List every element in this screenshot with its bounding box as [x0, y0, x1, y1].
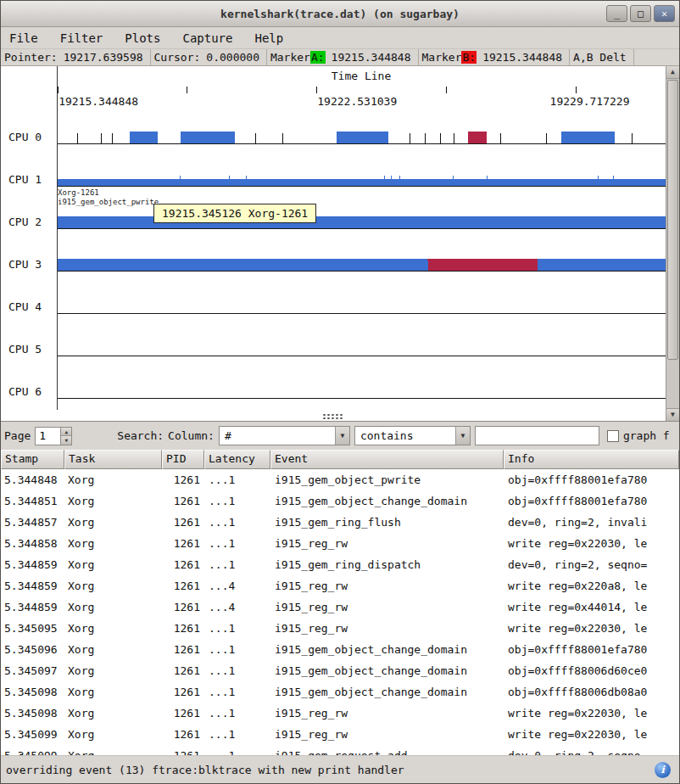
match-select[interactable]: contains ▼ — [354, 426, 471, 445]
cell-info: obj=0xffff88001efa780 — [504, 490, 679, 512]
task-bar[interactable] — [57, 179, 666, 186]
event-tick — [598, 176, 599, 186]
graph-scrollbar[interactable]: ▲ ▼ — [666, 66, 679, 421]
event-tick — [632, 133, 633, 143]
scroll-up-icon[interactable]: ▲ — [666, 66, 679, 79]
search-label: Search: — [117, 429, 164, 442]
cell-latency: ...1 — [204, 745, 270, 755]
table-row[interactable]: 5.345099Xorg1261...1i915_gem_request_add… — [1, 745, 679, 755]
graph-follows-checkbox[interactable] — [607, 430, 619, 442]
info-icon[interactable]: i — [655, 762, 671, 778]
cpu-lane-4[interactable]: CPU 4 — [1, 283, 666, 326]
task-segment[interactable] — [468, 132, 487, 143]
table-row[interactable]: 5.344858Xorg1261...1i915_reg_rwwrite reg… — [1, 533, 679, 554]
table-row[interactable]: 5.345098Xorg1261...1i915_gem_object_chan… — [1, 681, 679, 703]
menu-file[interactable]: File — [9, 31, 38, 45]
spin-up-icon[interactable]: ▲ — [61, 428, 71, 437]
task-segment[interactable] — [561, 132, 614, 143]
search-input[interactable] — [475, 426, 599, 445]
table-row[interactable]: 5.345098Xorg1261...1i915_reg_rwwrite reg… — [1, 703, 679, 724]
table-row[interactable]: 5.344859Xorg1261...1i915_gem_ring_dispat… — [1, 554, 679, 575]
cpu-lane-5[interactable]: CPU 5 — [1, 326, 666, 368]
cell-stamp: 5.344857 — [1, 512, 64, 533]
header-info[interactable]: Info — [504, 450, 679, 469]
cell-info: dev=0, ring=2, invali — [504, 512, 679, 533]
menu-filter[interactable]: Filter — [60, 31, 103, 45]
page-input[interactable] — [35, 427, 60, 445]
task-bar[interactable] — [57, 259, 666, 271]
cpu-plot[interactable] — [57, 368, 666, 411]
chevron-down-icon[interactable]: ▼ — [335, 427, 349, 445]
table-row[interactable]: 5.344859Xorg1261...4i915_reg_rwwrite reg… — [1, 575, 679, 596]
table-row[interactable]: 5.345099Xorg1261...1i915_reg_rwwrite reg… — [1, 724, 679, 745]
graph-area[interactable]: Time Line 19215.34484819222.53103919229.… — [1, 66, 679, 422]
cell-task: Xorg — [64, 490, 162, 512]
task-bar[interactable] — [57, 216, 666, 228]
close-button[interactable]: ✕ — [654, 5, 675, 22]
cpu-plot[interactable] — [57, 114, 666, 156]
task-segment[interactable] — [337, 132, 388, 143]
table-row[interactable]: 5.344859Xorg1261...4i915_reg_rwwrite reg… — [1, 596, 679, 618]
axis-time-label: 19215.344848 — [59, 95, 138, 108]
cell-event: i915_reg_rw — [270, 575, 504, 596]
timeline-title: Time Line — [57, 70, 666, 82]
chevron-down-icon[interactable]: ▼ — [455, 427, 470, 445]
header-event[interactable]: Event — [270, 450, 504, 469]
table-row[interactable]: 5.344851Xorg1261...1i915_gem_object_chan… — [1, 490, 679, 512]
splitter-handle-icon[interactable] — [322, 413, 344, 421]
task-segment[interactable] — [130, 132, 158, 143]
cpu-plot[interactable] — [57, 156, 666, 199]
maximize-button[interactable]: □ — [630, 5, 651, 22]
table-row[interactable]: 5.344848Xorg1261...1i915_gem_object_pwri… — [1, 469, 679, 490]
column-select[interactable]: # ▼ — [219, 426, 350, 445]
cpu-lane-0[interactable]: CPU 0 — [1, 114, 666, 156]
delta-info: A,B Delt — [570, 49, 634, 65]
cell-info: write reg=0x44014, le — [504, 596, 679, 618]
cell-pid: 1261 — [162, 724, 204, 745]
table-row[interactable]: 5.344857Xorg1261...1i915_gem_ring_flushd… — [1, 512, 679, 533]
menubar: File Filter Plots Capture Help — [1, 27, 679, 48]
menu-help[interactable]: Help — [254, 31, 283, 45]
cpu-plot[interactable] — [57, 241, 666, 283]
cpu-plot[interactable] — [57, 326, 666, 368]
axis-time-label: 19229.717229 — [550, 95, 630, 108]
cell-latency: ...4 — [204, 575, 270, 596]
event-tick — [246, 176, 247, 186]
menu-plots[interactable]: Plots — [125, 31, 160, 45]
scrollbar-thumb[interactable] — [667, 80, 678, 360]
task-segment[interactable] — [427, 259, 538, 271]
cell-task: Xorg — [64, 575, 162, 596]
cpu-label: CPU 1 — [1, 156, 57, 199]
table-row[interactable]: 5.345095Xorg1261...1i915_reg_rwwrite reg… — [1, 618, 679, 639]
menu-capture[interactable]: Capture — [182, 31, 232, 45]
cpu-label: CPU 5 — [1, 326, 57, 368]
header-task[interactable]: Task — [64, 450, 162, 469]
axis-tick-mark — [316, 87, 317, 93]
table-row[interactable]: 5.345097Xorg1261...1i915_gem_object_chan… — [1, 660, 679, 681]
cell-stamp: 5.344859 — [1, 554, 64, 575]
spin-down-icon[interactable]: ▼ — [61, 436, 71, 445]
cpu-rows: CPU 0CPU 1CPU 2CPU 3CPU 4CPU 5CPU 6 — [1, 114, 666, 411]
header-latency[interactable]: Latency — [204, 450, 270, 469]
header-stamp[interactable]: Stamp — [1, 450, 64, 469]
titlebar[interactable]: kernelshark(trace.dat) (on sugarbay) _ □… — [1, 1, 679, 27]
cpu-baseline — [57, 143, 666, 144]
cell-task: Xorg — [64, 660, 162, 681]
page-label: Page — [4, 429, 31, 442]
event-tick — [453, 176, 454, 186]
marker-b-chip: B: — [461, 51, 477, 64]
table-row[interactable]: 5.345096Xorg1261...1i915_gem_object_chan… — [1, 639, 679, 660]
scroll-down-icon[interactable]: ▼ — [666, 408, 679, 421]
minimize-button[interactable]: _ — [606, 5, 627, 22]
header-pid[interactable]: PID — [162, 450, 204, 469]
cpu-lane-6[interactable]: CPU 6 — [1, 368, 666, 411]
cell-info: dev=0, ring=2, seqno= — [504, 745, 679, 755]
cpu-plot[interactable] — [57, 283, 666, 326]
task-segment[interactable] — [181, 132, 235, 143]
marker-a-chip: A: — [310, 51, 326, 64]
cpu-baseline — [57, 398, 666, 399]
cpu-lane-1[interactable]: CPU 1 — [1, 156, 666, 199]
cell-event: i915_reg_rw — [270, 724, 504, 745]
cell-pid: 1261 — [162, 575, 204, 596]
cpu-lane-3[interactable]: CPU 3 — [1, 241, 666, 283]
